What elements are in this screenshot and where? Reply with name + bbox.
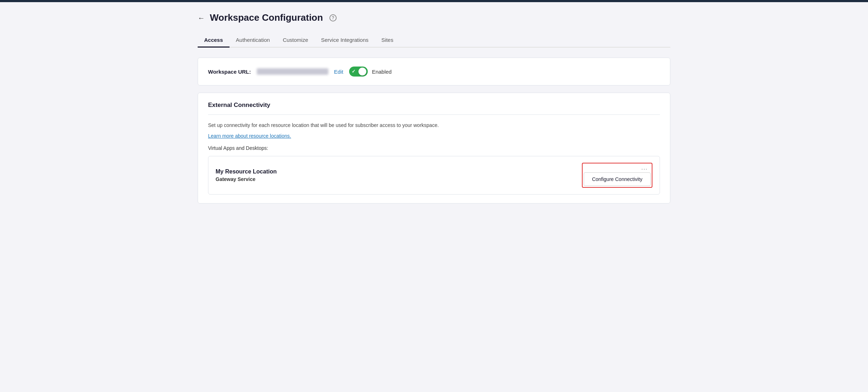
subsection-label: Virtual Apps and Desktops:: [208, 145, 660, 151]
tab-authentication[interactable]: Authentication: [230, 33, 276, 48]
toggle-container: ✓ Enabled: [349, 67, 392, 77]
learn-more-link[interactable]: Learn more about resource locations.: [208, 133, 291, 139]
help-icon[interactable]: ?: [329, 14, 337, 21]
description-text: Set up connectivity for each resource lo…: [208, 121, 660, 129]
tab-sites[interactable]: Sites: [375, 33, 400, 48]
resource-name: My Resource Location: [216, 168, 277, 175]
enabled-toggle[interactable]: ✓: [349, 67, 368, 77]
url-row: Workspace URL: Edit ✓ Enabled: [208, 67, 660, 77]
configure-btn-wrapper: ··· Configure Connectivity: [582, 163, 652, 188]
toggle-track: ✓: [349, 67, 368, 77]
page-container: ← Workspace Configuration ? Access Authe…: [183, 2, 685, 225]
toggle-check-icon: ✓: [352, 69, 356, 74]
tab-service-integrations[interactable]: Service Integrations: [314, 33, 375, 48]
back-button[interactable]: ←: [198, 14, 205, 21]
tab-access[interactable]: Access: [198, 33, 230, 48]
external-connectivity-card: External Connectivity Set up connectivit…: [198, 93, 670, 204]
tabs-bar: Access Authentication Customize Service …: [198, 33, 670, 48]
divider: [208, 114, 660, 115]
url-label: Workspace URL:: [208, 69, 251, 75]
workspace-url-card: Workspace URL: Edit ✓ Enabled: [198, 58, 670, 85]
page-title: Workspace Configuration: [210, 12, 323, 23]
enabled-text: Enabled: [372, 69, 392, 75]
resource-info: My Resource Location Gateway Service: [216, 168, 277, 182]
three-dots-area: ···: [584, 165, 651, 172]
section-title: External Connectivity: [208, 102, 660, 109]
edit-url-link[interactable]: Edit: [334, 69, 343, 75]
three-dots-icon[interactable]: ···: [641, 166, 648, 172]
resource-service: Gateway Service: [216, 176, 277, 182]
page-header: ← Workspace Configuration ?: [198, 12, 670, 23]
configure-connectivity-button[interactable]: Configure Connectivity: [584, 172, 651, 186]
url-blurred-value: [257, 68, 328, 75]
resource-location-card: My Resource Location Gateway Service ···…: [208, 156, 660, 195]
tab-customize[interactable]: Customize: [276, 33, 315, 48]
toggle-thumb: [358, 68, 366, 75]
